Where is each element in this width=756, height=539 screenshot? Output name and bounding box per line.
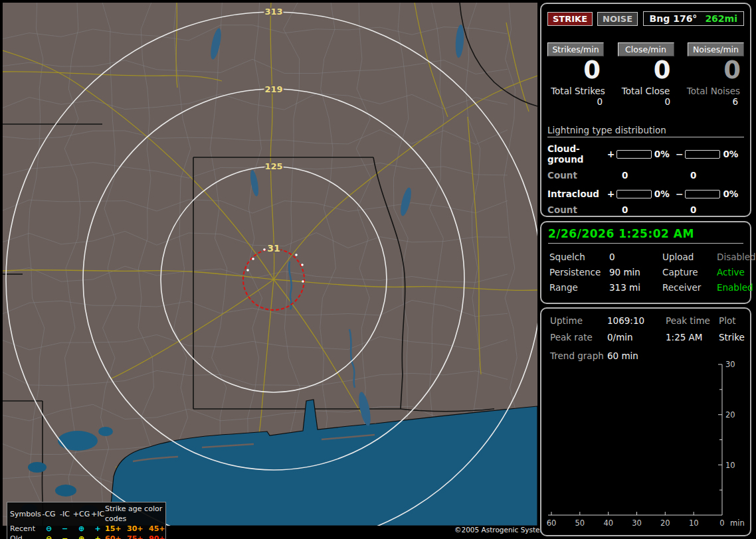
total-close-value: 0 — [615, 96, 676, 107]
legend-col-pcg: +CG — [72, 509, 90, 519]
persistence-value: 90 min — [609, 267, 662, 277]
ic-minus-bar — [685, 190, 720, 198]
bearing-distance: 262mi — [705, 13, 737, 24]
y-tick-30: 30 — [725, 360, 735, 369]
range-label: Range — [549, 282, 609, 293]
bearing-value: Bng 176° — [650, 13, 698, 24]
x-tick-40: 40 — [603, 518, 613, 528]
total-strikes-value: 0 — [547, 96, 609, 107]
cg-count-label: Count — [547, 170, 608, 181]
old-pic-icon: + — [90, 534, 105, 539]
squelch-label: Squelch — [549, 252, 609, 262]
total-noises-value: 6 — [683, 96, 744, 107]
age-75: 75+ — [127, 534, 149, 539]
x-tick-60: 60 — [547, 518, 557, 528]
counters-panel: STRIKE NOISE Bng 176° 262mi Strikes/min … — [540, 3, 751, 217]
legend-age-header: Strike age color codes — [105, 504, 169, 524]
old-ncg-icon: ⊖ — [41, 534, 57, 539]
old-nic-icon: − — [57, 534, 72, 539]
peak-time-label: Peak time — [666, 315, 719, 326]
ic-plus-count: 0 — [622, 204, 690, 215]
age-90: 90+ — [149, 534, 169, 539]
strikes-per-min-button[interactable]: Strikes/min — [547, 42, 604, 56]
legend-recent-label: Recent — [10, 524, 41, 534]
cg-minus-bar — [685, 150, 720, 159]
x-tick-20: 20 — [660, 518, 670, 528]
lightning-map[interactable]: 313 219 125 31 — [3, 3, 537, 526]
ring-label-219: 219 — [264, 84, 282, 94]
ic-minus-pct: 0% — [723, 189, 744, 199]
legend-old-label: Old — [10, 534, 41, 539]
total-strikes-label: Total Strikes — [547, 86, 609, 96]
distribution-title: Lightning type distribution — [547, 125, 744, 137]
noises-per-min-value: 0 — [688, 56, 744, 84]
strikes-per-min-value: 0 — [547, 56, 604, 84]
strike-mode-button[interactable]: STRIKE — [547, 12, 593, 26]
old-pcg-icon: ⊕ — [72, 534, 90, 539]
upload-label: Upload — [662, 252, 717, 262]
upload-status: Disabled — [717, 252, 756, 262]
age-45: 45+ — [149, 524, 169, 534]
plot-value: Strike — [719, 332, 745, 343]
age-30: 30+ — [127, 524, 149, 534]
ic-count-label: Count — [547, 204, 608, 215]
minus-sign: − — [675, 149, 684, 159]
minus-sign: − — [675, 189, 684, 199]
ic-minus-count: 0 — [690, 204, 696, 215]
cg-plus-pct: 0% — [654, 149, 676, 159]
intracloud-label: Intracloud — [547, 189, 607, 199]
x-axis-unit: min — [730, 518, 745, 528]
legend-symbols-header: Symbols — [10, 509, 41, 519]
y-tick-10: 10 — [725, 461, 735, 470]
datetime-display: 2/26/2026 1:25:02 AM — [548, 227, 743, 244]
recent-pic-icon: + — [90, 524, 105, 534]
cg-minus-count: 0 — [690, 170, 696, 181]
age-15: 15+ — [105, 524, 127, 534]
noise-mode-button[interactable]: NOISE — [597, 12, 638, 26]
x-tick-30: 30 — [632, 518, 642, 528]
plus-sign: + — [607, 189, 615, 199]
plus-sign: + — [607, 149, 615, 159]
recent-ncg-icon: ⊖ — [41, 524, 57, 534]
recent-pcg-icon: ⊕ — [72, 524, 90, 534]
total-noises-label: Total Noises — [683, 86, 744, 96]
peak-rate-value: 0/min — [607, 332, 666, 343]
x-tick-50: 50 — [575, 518, 585, 528]
peak-time-value: 1:25 AM — [666, 332, 719, 343]
persistence-label: Persistence — [549, 267, 609, 277]
ring-label-313: 313 — [264, 7, 282, 17]
receiver-status: Enabled — [717, 282, 756, 293]
peak-rate-label: Peak rate — [550, 332, 607, 343]
noises-per-min-button[interactable]: Noises/min — [688, 42, 744, 56]
copyright-text: ©2005 Astrogenic Systems — [454, 526, 550, 534]
cg-minus-pct: 0% — [723, 149, 744, 159]
plot-label: Plot — [719, 315, 745, 326]
legend-col-nic: -IC — [57, 509, 72, 519]
cg-plus-count: 0 — [622, 170, 690, 181]
recent-nic-icon: − — [57, 524, 72, 534]
ring-label-125: 125 — [264, 161, 282, 171]
ic-plus-pct: 0% — [654, 189, 676, 199]
uptime-label: Uptime — [550, 315, 607, 326]
y-tick-20: 20 — [725, 410, 735, 420]
cloud-ground-label: Cloud-ground — [547, 143, 607, 165]
symbol-legend: Symbols -CG -IC +CG +IC Strike age color… — [7, 502, 166, 539]
ic-plus-bar — [616, 190, 652, 198]
bearing-readout: Bng 176° 262mi — [643, 11, 744, 26]
age-60: 60+ — [105, 534, 127, 539]
legend-col-ncg: -CG — [41, 509, 57, 519]
x-tick-10: 10 — [689, 518, 699, 528]
status-panel: 2/26/2026 1:25:02 AM Squelch 0 Upload Di… — [540, 221, 751, 304]
legend-col-pic: +IC — [90, 509, 105, 519]
capture-status: Active — [717, 267, 756, 277]
trend-panel: Uptime 1069:10 Peak time Plot Peak rate … — [540, 307, 751, 536]
map-canvas: 313 219 125 31 — [3, 3, 537, 526]
close-per-min-value: 0 — [618, 56, 674, 84]
total-close-label: Total Close — [615, 86, 676, 96]
cg-plus-bar — [616, 150, 652, 159]
capture-label: Capture — [662, 267, 717, 277]
close-per-min-button[interactable]: Close/min — [618, 42, 674, 56]
ring-label-31: 31 — [267, 243, 280, 254]
uptime-value: 1069:10 — [607, 315, 666, 326]
trend-graph-chart: 30 20 10 60 50 40 30 20 10 0 min — [541, 358, 753, 536]
